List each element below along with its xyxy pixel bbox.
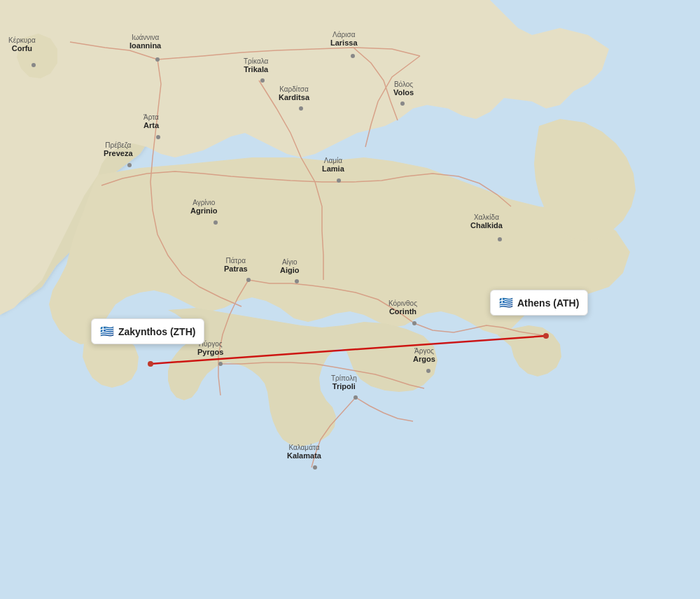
city-dot-agrinio xyxy=(214,220,218,225)
city-dot-corfu xyxy=(31,63,36,67)
map-container: Κέρκυρα Corfu Ιωάννινα Ioannina Λάρισα L… xyxy=(0,0,700,599)
city-dot-ioannina xyxy=(155,57,160,62)
city-dot-corinth xyxy=(412,321,416,325)
destination-airport-dot xyxy=(543,333,549,339)
city-dot-argos xyxy=(426,369,430,373)
city-dot-volos xyxy=(400,101,405,106)
map-background xyxy=(0,0,700,599)
destination-airport-label: Athens (ATH) xyxy=(517,297,579,309)
destination-airport-box: 🇬🇷 Athens (ATH) xyxy=(490,290,588,316)
destination-flag: 🇬🇷 xyxy=(499,296,513,309)
origin-airport-box: 🇬🇷 Zakynthos (ZTH) xyxy=(91,318,204,344)
city-dot-trikala xyxy=(260,78,265,83)
city-dot-tripoli xyxy=(354,395,358,400)
city-dot-patras xyxy=(246,278,251,282)
origin-airport-dot xyxy=(148,361,153,367)
city-dot-karditsa xyxy=(299,106,303,111)
city-dot-kalamata xyxy=(313,465,317,470)
city-dot-chalkida xyxy=(498,237,502,241)
city-dot-preveza xyxy=(127,163,132,167)
origin-airport-label: Zakynthos (ZTH) xyxy=(118,326,195,337)
city-dot-lamia xyxy=(337,178,341,183)
city-dot-aigio xyxy=(295,279,299,283)
city-dot-arta xyxy=(156,135,160,139)
origin-flag: 🇬🇷 xyxy=(100,325,114,338)
city-dot-larissa xyxy=(351,54,355,58)
city-dot-pyrgos xyxy=(218,362,223,366)
